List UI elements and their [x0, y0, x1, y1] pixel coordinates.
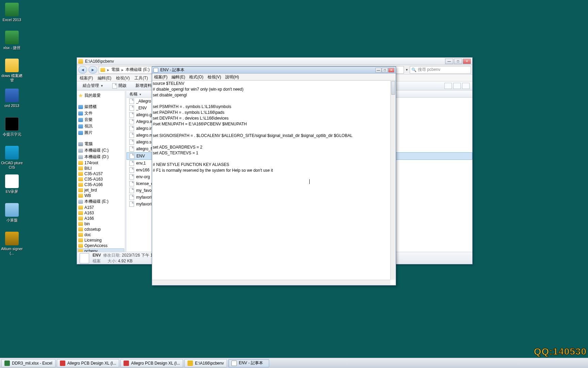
maximize-button[interactable]: □ — [382, 68, 388, 73]
taskbar-button[interactable]: DDR3_mil.xlsx - Excel — [1, 359, 55, 367]
tree-item[interactable]: 視訊 — [78, 123, 124, 129]
tree-item[interactable]: jet_brd — [78, 187, 124, 193]
scroll-thumb[interactable] — [391, 81, 395, 95]
taskbar-button[interactable]: Allegro PCB Design XL (l... — [57, 359, 119, 367]
desktop-icon-label: dows 檔案總管 — [0, 74, 24, 82]
tree-item[interactable]: pcbenv — [78, 248, 124, 252]
-icon — [78, 188, 83, 192]
forward-button[interactable]: ► — [88, 66, 97, 74]
tree-item[interactable]: 174root — [78, 160, 124, 166]
desktop-icon-altium[interactable]: Altium signer (... — [0, 232, 24, 256]
desktop-icon-label: ord 2013 — [0, 104, 24, 108]
explorer-titlebar[interactable]: E:\A166\pcbenv — □ ✕ — [77, 58, 472, 65]
menu-item[interactable]: 編輯(E) — [98, 75, 111, 80]
close-button[interactable]: ✕ — [388, 68, 394, 73]
fld-icon — [187, 361, 193, 366]
address-drop-icon[interactable]: ▼ — [405, 68, 408, 72]
tree-item[interactable]: bin — [78, 221, 124, 227]
organize-button[interactable]: 組合管理 ▼ — [80, 82, 107, 90]
menu-item[interactable]: 說明(H) — [225, 74, 239, 79]
-icon — [78, 166, 83, 170]
calc-icon — [5, 203, 19, 217]
desktop-icon-folder[interactable]: dows 檔案總管 — [0, 59, 24, 82]
menu-item[interactable]: 檢視(V) — [208, 74, 221, 79]
tree-item[interactable]: 圖片 — [78, 129, 124, 136]
tree-item[interactable]: doc — [78, 232, 124, 237]
breadcrumb-seg[interactable]: 電腦 — [111, 67, 119, 73]
-icon — [78, 249, 83, 252]
file-icon — [129, 126, 134, 131]
maximize-button[interactable]: □ — [454, 59, 462, 64]
cmd-icon — [5, 117, 19, 131]
tree-item[interactable]: 媒體櫃 — [78, 104, 124, 110]
tree-item[interactable]: Licensing — [78, 237, 124, 243]
close-button[interactable]: ✕ — [463, 59, 471, 64]
tree-item[interactable]: 本機磁碟 (C:) — [78, 147, 124, 154]
tree-item[interactable]: A166 — [78, 216, 124, 221]
notepad-titlebar[interactable]: ENV - 記事本 — □ ✕ — [152, 67, 396, 74]
menu-item[interactable]: 檔案(F) — [154, 74, 167, 79]
tree-item[interactable]: A157 — [78, 205, 124, 210]
tree-item[interactable]: A163 — [78, 210, 124, 216]
menu-item[interactable]: 工具(T) — [134, 75, 148, 80]
-icon — [78, 211, 83, 215]
minimize-button[interactable]: — — [445, 59, 453, 64]
lib-icon — [78, 131, 83, 135]
chevron-down-icon: ▾ — [140, 93, 141, 96]
vertical-scrollbar[interactable] — [390, 80, 396, 280]
desktop-icon-label: Altium signer (... — [0, 247, 24, 256]
desktop-icon-excel2[interactable]: xlsx - 捷徑 — [0, 31, 24, 50]
desktop-icon-orcad[interactable]: OrCAD pture CIS — [0, 146, 24, 170]
ev-icon — [5, 174, 19, 188]
tree-item[interactable]: 本機磁碟 (E:) — [78, 198, 124, 205]
nav-tree[interactable]: 我的最愛媒體櫃文件音樂視訊圖片電腦本機磁碟 (C:)本機磁碟 (D:)174ro… — [77, 91, 125, 252]
tree-item[interactable]: OpenAccess — [78, 243, 124, 248]
minimize-button[interactable]: — — [375, 68, 381, 73]
tree-item[interactable]: 我的最愛 — [78, 92, 124, 99]
notepad-title: ENV - 記事本 — [160, 67, 184, 73]
tree-item[interactable]: WB — [78, 193, 124, 198]
view-list-button[interactable] — [444, 83, 452, 89]
open-button[interactable]: 開啟 — [109, 82, 130, 90]
menu-item[interactable]: 格式(O) — [189, 74, 203, 79]
desktop-icon-excel[interactable]: Excel 2013 — [0, 3, 24, 22]
file-icon — [80, 253, 89, 263]
-icon — [78, 161, 83, 165]
-icon — [78, 238, 83, 242]
tree-item[interactable]: 本機磁碟 (D:) — [78, 154, 124, 160]
menu-item[interactable]: 檔案(F) — [80, 75, 93, 80]
folder-icon — [100, 68, 105, 72]
tree-item[interactable]: C35-A166 — [78, 182, 124, 187]
desktop-icon-cmd[interactable]: 令提示字元 — [0, 117, 24, 137]
tree-item[interactable]: cdssetup — [78, 227, 124, 232]
desktop-icon-calc[interactable]: 小算盤 — [0, 203, 24, 223]
back-button[interactable]: ◄ — [78, 66, 87, 74]
altium-icon — [5, 232, 19, 245]
menu-item[interactable]: 編輯(E) — [172, 74, 185, 79]
taskbar[interactable]: DDR3_mil.xlsx - Excel Allegro PCB Design… — [0, 358, 588, 368]
search-input[interactable]: 🔍 搜尋 pcbenv — [410, 66, 471, 74]
taskbar-button[interactable]: ENV - 記事本 — [228, 359, 269, 367]
star-icon — [78, 94, 83, 98]
taskbar-button[interactable]: E:\A166\pcbenv — [184, 359, 227, 367]
preview-pane-button[interactable] — [462, 83, 470, 89]
tree-item[interactable]: 電腦 — [78, 141, 124, 147]
tree-item[interactable]: BILI — [78, 166, 124, 171]
taskbar-button[interactable]: Allegro PCB Design XL (l... — [120, 359, 183, 367]
breadcrumb-seg[interactable]: 本機磁碟 (E:) — [126, 67, 150, 73]
tree-item[interactable]: 文件 — [78, 110, 124, 117]
tree-item[interactable]: 音樂 — [78, 117, 124, 123]
tree-item[interactable]: C35-A163 — [78, 177, 124, 182]
desktop-icon-ev[interactable]: EV录屏 — [0, 174, 24, 194]
view-details-button[interactable] — [453, 83, 461, 89]
desktop-icon-label: OrCAD pture CIS — [0, 161, 24, 170]
desktop-icon-word[interactable]: ord 2013 — [0, 89, 24, 108]
horizontal-scrollbar[interactable] — [152, 280, 390, 285]
menu-item[interactable]: 檢視(V) — [116, 75, 130, 80]
notepad-textarea[interactable]: source $TELENV # disable_opengl for win7… — [152, 80, 396, 285]
notepad-window: ENV - 記事本 — □ ✕ 檔案(F)編輯(E)格式(O)檢視(V)說明(H… — [152, 66, 396, 286]
desktop-icon-label: Excel 2013 — [0, 18, 24, 22]
details-name: ENV — [93, 253, 101, 258]
tree-item[interactable]: C35-A157 — [78, 171, 124, 177]
-icon — [78, 233, 83, 237]
